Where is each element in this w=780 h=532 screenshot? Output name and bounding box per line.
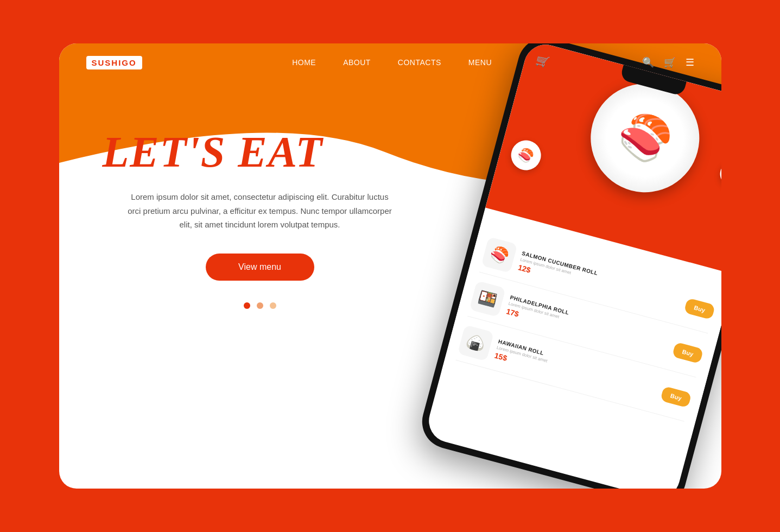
cart-icon[interactable]: 🛒 bbox=[664, 56, 676, 68]
float-sushi-piece-2: 🍙 bbox=[717, 159, 721, 189]
float-sushi-piece-1: 🍣 bbox=[508, 137, 544, 173]
dot-3[interactable] bbox=[270, 302, 276, 309]
nav-actions: 🔍 🛒 ☰ bbox=[642, 56, 694, 68]
sushi-hero-image: 🍣 bbox=[578, 72, 711, 205]
nav-about[interactable]: ABOUT bbox=[343, 58, 371, 67]
buy-button-3[interactable]: Buy bbox=[660, 385, 692, 408]
search-icon[interactable]: 🔍 bbox=[642, 56, 654, 68]
nav-links: HOME ABOUT CONTACTS MENU bbox=[292, 58, 492, 67]
nav-menu[interactable]: MENU bbox=[468, 58, 492, 67]
menu-item-image-3: 🍙 bbox=[457, 325, 493, 361]
logo: SUSHIGO bbox=[86, 56, 142, 69]
carousel-dots bbox=[103, 302, 417, 309]
buy-button-2[interactable]: Buy bbox=[672, 341, 703, 364]
dot-1[interactable] bbox=[244, 302, 250, 309]
hero-description: Lorem ipsum dolor sit amet, consectetur … bbox=[124, 190, 396, 232]
sushi-emoji: 🍣 bbox=[612, 106, 677, 170]
menu-item-image-1: 🍣 bbox=[481, 237, 517, 273]
dot-2[interactable] bbox=[257, 302, 263, 309]
main-card: SUSHIGO HOME ABOUT CONTACTS MENU 🔍 🛒 ☰ L… bbox=[59, 43, 721, 489]
hero-title: LET'S EAT bbox=[103, 130, 417, 174]
menu-icon[interactable]: ☰ bbox=[686, 56, 694, 68]
buy-button-1[interactable]: Buy bbox=[683, 297, 715, 320]
nav-contacts[interactable]: CONTACTS bbox=[398, 58, 441, 67]
view-menu-button[interactable]: View menu bbox=[206, 254, 314, 281]
menu-item-image-2: 🍱 bbox=[469, 281, 505, 317]
nav-home[interactable]: HOME bbox=[292, 58, 316, 67]
navbar: SUSHIGO HOME ABOUT CONTACTS MENU 🔍 🛒 ☰ bbox=[59, 43, 721, 81]
hero-section: LET'S EAT Lorem ipsum dolor sit amet, co… bbox=[103, 130, 417, 309]
